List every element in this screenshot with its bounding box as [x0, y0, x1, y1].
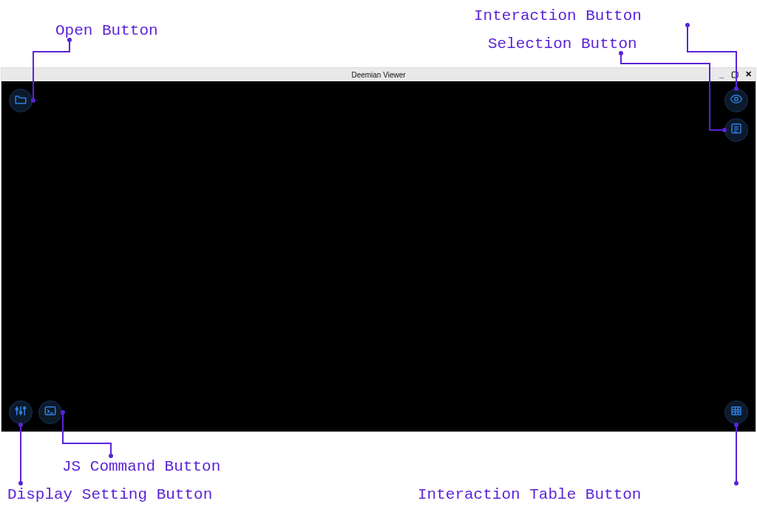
- svg-point-10: [24, 407, 26, 409]
- svg-point-24: [18, 481, 23, 485]
- sliders-icon: [14, 404, 27, 420]
- window-title: Deemian Viewer: [351, 71, 405, 79]
- app-window: Deemian Viewer _ ▢ ✕: [1, 68, 756, 432]
- label-open: Open Button: [55, 22, 158, 39]
- window-close-button[interactable]: ✕: [744, 69, 753, 78]
- list-icon: [730, 122, 743, 138]
- selection-button[interactable]: [724, 118, 748, 142]
- label-selection: Selection Button: [488, 35, 637, 52]
- svg-rect-13: [732, 407, 741, 415]
- interaction-table-button[interactable]: [724, 400, 748, 424]
- svg-point-20: [685, 23, 690, 27]
- svg-point-0: [735, 98, 739, 101]
- window-controls: _ ▢ ✕: [717, 69, 753, 78]
- folder-icon: [14, 92, 27, 109]
- display-setting-button[interactable]: [9, 400, 33, 424]
- viewport[interactable]: [1, 81, 756, 432]
- window-minimize-button[interactable]: _: [717, 69, 726, 78]
- svg-point-28: [734, 481, 739, 485]
- window-maximize-button[interactable]: ▢: [730, 69, 739, 78]
- label-interaction: Interaction Button: [474, 7, 642, 24]
- terminal-icon: [44, 404, 57, 420]
- eye-icon: [730, 92, 743, 109]
- svg-point-8: [20, 412, 22, 414]
- interaction-button[interactable]: [724, 89, 748, 112]
- window-titlebar: Deemian Viewer _ ▢ ✕: [1, 68, 756, 81]
- label-display-setting: Display Setting Button: [7, 486, 212, 503]
- open-button[interactable]: [9, 89, 33, 112]
- table-icon: [730, 404, 743, 420]
- label-js-command: JS Command Button: [62, 458, 220, 475]
- js-command-button[interactable]: [38, 400, 62, 424]
- label-interaction-table: Interaction Table Button: [418, 486, 641, 503]
- svg-point-6: [16, 408, 18, 410]
